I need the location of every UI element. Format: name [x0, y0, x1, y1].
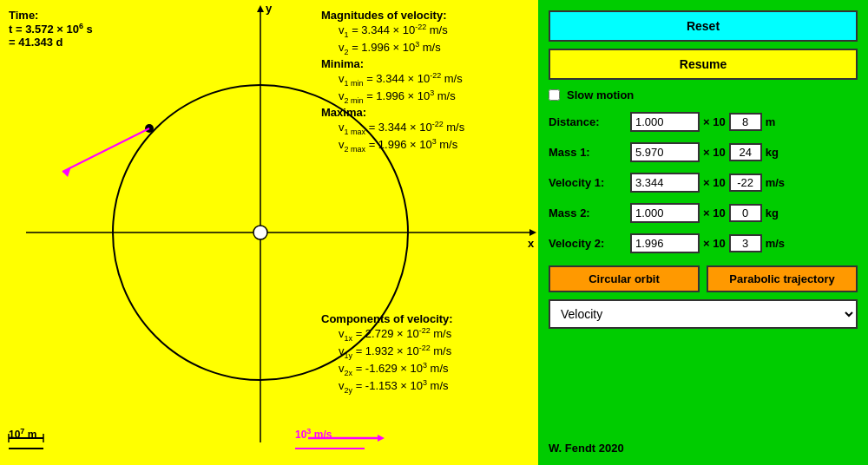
distance-x10: × 10 — [703, 115, 726, 128]
velocity1-unit: m/s — [766, 176, 785, 189]
velocity2-unit: m/s — [766, 237, 785, 250]
v1y: v1y = 1.932 × 10-22 m/s — [321, 344, 453, 360]
distance-label: Distance: — [549, 115, 627, 128]
mass1-label: Mass 1: — [549, 146, 627, 159]
scale-distance-label: 107 m — [9, 427, 43, 453]
scale-velocity-label: 103 m/s — [295, 427, 365, 453]
velocity1-input[interactable] — [630, 173, 700, 193]
v1x: v1x = 2.729 × 10-22 m/s — [321, 326, 453, 343]
components-section: Components of velocity: v1x = 2.729 × 10… — [321, 312, 453, 396]
time-display: Time: t = 3.572 × 106 s = 41.343 d — [9, 9, 93, 49]
velocity1-exp-input[interactable] — [729, 174, 762, 192]
v2y: v2y = -1.153 × 103 m/s — [321, 378, 453, 395]
distance-exp-input[interactable] — [729, 113, 762, 131]
magnitudes-section: Magnitudes of velocity: v1 = 3.344 × 10-… — [321, 9, 464, 154]
slow-motion-label: Slow motion — [567, 88, 634, 102]
display-mode-select[interactable]: Velocity Acceleration Force — [549, 299, 858, 329]
simulation-canvas: x y Time: t = 3.572 × 106 s = 41.343 d M… — [0, 0, 538, 465]
svg-marker-3 — [257, 5, 264, 12]
velocity2-x10: × 10 — [703, 237, 726, 250]
svg-line-9 — [62, 128, 149, 172]
mass2-x10: × 10 — [703, 206, 726, 219]
velocity2-row: Velocity 2: × 10 m/s — [549, 233, 858, 253]
velocity1-row: Velocity 1: × 10 m/s — [549, 173, 858, 193]
distance-row: Distance: × 10 m — [549, 112, 858, 132]
velocity1-x10: × 10 — [703, 176, 726, 189]
reset-button[interactable]: Reset — [549, 10, 858, 42]
mass2-label: Mass 2: — [549, 206, 627, 219]
mass2-input[interactable] — [630, 203, 700, 223]
magnitudes-title: Magnitudes of velocity: — [321, 9, 464, 22]
circular-orbit-button[interactable]: Circular orbit — [549, 265, 700, 292]
v2-max: v2 max = 1.996 × 103 m/s — [321, 137, 464, 154]
time-label: Time: — [9, 9, 93, 22]
velocity2-input[interactable] — [630, 233, 700, 253]
v2x: v2x = -1.629 × 103 m/s — [321, 361, 453, 377]
mass2-row: Mass 2: × 10 kg — [549, 203, 858, 223]
distance-input[interactable] — [630, 112, 700, 132]
svg-marker-15 — [378, 435, 385, 442]
components-title: Components of velocity: — [321, 312, 453, 325]
svg-point-7 — [253, 226, 267, 239]
svg-marker-1 — [529, 229, 536, 236]
svg-marker-10 — [62, 167, 71, 177]
mass1-row: Mass 1: × 10 kg — [549, 142, 858, 162]
velocity1-label: Velocity 1: — [549, 176, 627, 189]
time-value: t = 3.572 × 106 s — [9, 22, 93, 36]
maxima-title: Maxima: — [321, 106, 464, 119]
mass1-x10: × 10 — [703, 146, 726, 159]
velocity2-label: Velocity 2: — [549, 237, 627, 250]
orbit-buttons-row: Circular orbit Parabolic trajectory — [549, 265, 858, 292]
minima-title: Minima: — [321, 57, 464, 70]
resume-button[interactable]: Resume — [549, 49, 858, 80]
parabolic-trajectory-button[interactable]: Parabolic trajectory — [707, 265, 858, 292]
v1-min: v1 min = 3.344 × 10-22 m/s — [321, 71, 464, 88]
v1-magnitude: v1 = 3.344 × 10-22 m/s — [321, 23, 464, 39]
velocity2-exp-input[interactable] — [729, 234, 762, 252]
v2-magnitude: v2 = 1.996 × 103 m/s — [321, 40, 464, 56]
mass1-exp-input[interactable] — [729, 143, 762, 161]
svg-text:x: x — [528, 237, 535, 250]
mass1-input[interactable] — [630, 142, 700, 162]
svg-text:y: y — [266, 2, 273, 15]
slow-motion-row: Slow motion — [549, 87, 858, 103]
control-panel: Reset Resume Slow motion Distance: × 10 … — [538, 0, 868, 465]
distance-unit: m — [766, 115, 776, 128]
slow-motion-checkbox[interactable] — [549, 89, 560, 101]
time-days: = 41.343 d — [9, 36, 93, 49]
mass2-unit: kg — [766, 206, 779, 219]
mass1-unit: kg — [766, 146, 779, 159]
footer: W. Fendt 2020 — [549, 438, 858, 455]
v1-max: v1 max = 3.344 × 10-22 m/s — [321, 120, 464, 136]
mass2-exp-input[interactable] — [729, 204, 762, 222]
v2-min: v2 min = 1.996 × 103 m/s — [321, 88, 464, 105]
